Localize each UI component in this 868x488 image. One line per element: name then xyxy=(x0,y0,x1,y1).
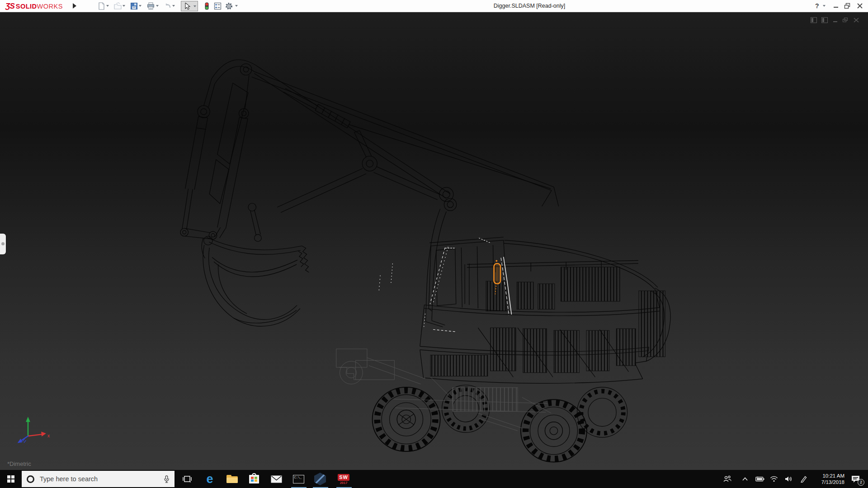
rebuild-traffic-light-icon[interactable] xyxy=(203,2,211,10)
mail-button[interactable] xyxy=(266,470,287,488)
document-close-icon[interactable] xyxy=(853,17,859,23)
view-orientation-label: *Dimetric xyxy=(7,460,31,467)
taskbar-search[interactable]: Type here to search xyxy=(22,471,175,487)
battery-button[interactable] xyxy=(755,470,764,488)
new-document-icon[interactable] xyxy=(98,2,105,10)
open-dropdown-caret[interactable] xyxy=(123,5,125,7)
select-cursor-icon xyxy=(184,3,191,10)
help-button[interactable]: ? xyxy=(815,2,819,9)
file-explorer-icon xyxy=(226,475,238,483)
file-explorer-button[interactable] xyxy=(222,470,242,488)
notification-badge: 2 xyxy=(858,479,864,486)
graphics-viewport[interactable]: x *Dimetric xyxy=(0,12,868,470)
options-dropdown-caret[interactable] xyxy=(235,5,238,7)
people-icon xyxy=(723,475,731,483)
minimize-button[interactable] xyxy=(832,2,840,10)
window-title: Digger.SLDASM [Read-only] xyxy=(494,3,565,9)
windows-taskbar: Type here to search e xyxy=(0,470,868,488)
digger-wireframe-model[interactable]: x xyxy=(0,12,868,470)
select-tool-button[interactable] xyxy=(181,1,198,11)
mail-icon xyxy=(271,475,282,483)
print-dropdown-caret[interactable] xyxy=(156,5,159,7)
pen-icon xyxy=(800,475,807,483)
undo-dropdown-caret[interactable] xyxy=(172,5,175,7)
tray-overflow-button[interactable] xyxy=(742,470,748,488)
search-placeholder: Type here to search xyxy=(40,475,163,483)
solidworks-2017-button[interactable]: SW 2017 xyxy=(332,470,355,488)
hexagon-app-icon xyxy=(314,473,326,485)
expand-panel-icon[interactable] xyxy=(811,17,817,23)
save-dropdown-caret[interactable] xyxy=(139,5,142,7)
open-icon[interactable] xyxy=(114,2,122,10)
solidworks-logo-glyph: ƷS xyxy=(5,2,14,11)
edge-button[interactable]: e xyxy=(199,470,220,488)
command-prompt-button[interactable]: C:\_ xyxy=(288,470,309,488)
expand-panel-2-icon[interactable] xyxy=(821,17,828,23)
clock-date: 7/13/2018 xyxy=(817,479,844,485)
wireframe-lines xyxy=(180,60,670,462)
battery-icon xyxy=(755,476,764,482)
solidworks-2017-icon: SW 2017 xyxy=(338,473,349,485)
undo-icon[interactable] xyxy=(164,2,171,10)
chevron-up-icon xyxy=(742,477,748,481)
featuremanager-flyout-tab[interactable] xyxy=(0,234,6,254)
task-view-button[interactable] xyxy=(177,470,198,488)
windows-logo-icon xyxy=(7,475,14,483)
store-icon xyxy=(249,475,259,483)
document-minimize-icon[interactable] xyxy=(832,17,839,23)
document-restore-icon[interactable] xyxy=(842,17,849,23)
cortana-icon xyxy=(27,475,34,483)
task-view-icon xyxy=(183,475,192,483)
triad-x-label: x xyxy=(47,433,50,438)
microphone-icon[interactable] xyxy=(163,475,170,483)
clock-time: 10:21 AM xyxy=(817,473,844,479)
help-dropdown-caret[interactable] xyxy=(823,5,826,7)
new-dropdown-caret[interactable] xyxy=(106,5,109,7)
restore-button[interactable] xyxy=(843,2,851,10)
start-button[interactable] xyxy=(0,470,22,488)
command-prompt-icon: C:\_ xyxy=(293,475,304,483)
wifi-icon xyxy=(770,476,778,482)
solidworks-logo: ƷSSOLIDWORKS xyxy=(5,1,63,11)
flyout-pin-icon xyxy=(1,242,5,245)
volume-icon xyxy=(785,476,793,482)
taskbar-clock[interactable]: 10:21 AM 7/13/2018 xyxy=(817,470,844,488)
close-button[interactable] xyxy=(856,2,864,10)
options-gear-icon[interactable] xyxy=(225,2,233,10)
wifi-button[interactable] xyxy=(770,470,778,488)
orientation-triad: x xyxy=(18,417,50,443)
volume-button[interactable] xyxy=(785,470,793,488)
action-center-button[interactable]: 2 xyxy=(848,470,866,488)
people-button[interactable] xyxy=(723,470,731,488)
edge-icon: e xyxy=(206,473,213,485)
hexagon-app-button[interactable] xyxy=(310,470,330,488)
select-dropdown-caret[interactable] xyxy=(193,5,196,7)
menu-flyout-arrow-icon[interactable] xyxy=(73,3,76,9)
windows-ink-button[interactable] xyxy=(800,470,807,488)
print-icon[interactable] xyxy=(147,2,155,10)
save-icon[interactable] xyxy=(130,2,138,10)
file-properties-icon[interactable] xyxy=(214,2,222,10)
title-bar: ƷSSOLIDWORKS xyxy=(0,0,868,12)
store-button[interactable] xyxy=(244,470,264,488)
